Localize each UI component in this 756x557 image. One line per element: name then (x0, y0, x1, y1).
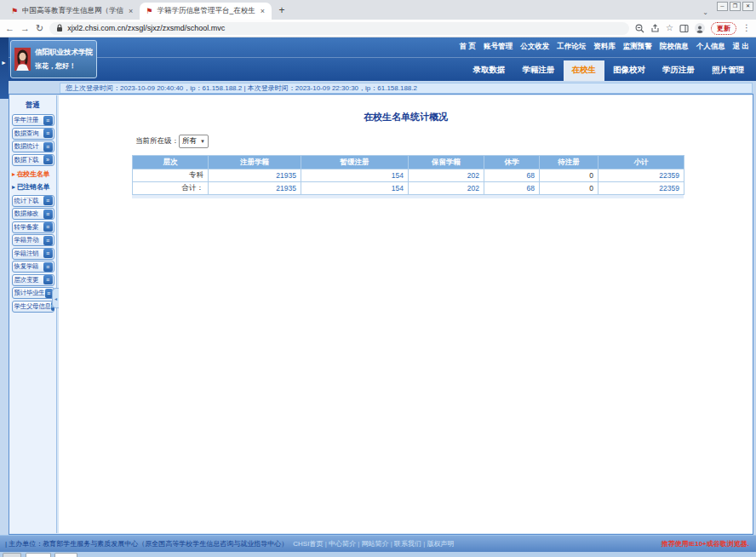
sidebar-link-cancelled-list[interactable]: ▸ 已注销名单 (12, 182, 56, 192)
page-content: 首 页 账号管理 公文收发 工作论坛 资料库 监测预警 院校信息 个人信息 退 … (0, 37, 756, 557)
sidebar-collapse-handle[interactable]: ◂ (52, 288, 59, 308)
tab-admission-data[interactable]: 录取数据 (465, 60, 514, 81)
zoom-icon[interactable] (635, 24, 644, 33)
window-controls: ─ ❐ ✕ (717, 2, 753, 11)
sidebar-item-data-query[interactable]: 数据查询 ≡ (12, 128, 54, 140)
col-level: 层次 (133, 156, 209, 169)
new-tab-button[interactable]: + (275, 4, 289, 18)
col-retained: 保留学籍 (409, 156, 484, 169)
page-title: 在校生名单统计概况 (59, 111, 753, 123)
grade-select[interactable]: 所有 ▼ (179, 135, 209, 148)
nav-monitor[interactable]: 监测预警 (623, 42, 652, 52)
expand-icon: ≡ (43, 210, 53, 219)
footer-links: CHSI首页 | 中心简介 | 网站简介 | 联系我们 | 版权声明 (293, 539, 454, 548)
sidebar-item-status-cancel[interactable]: 学籍注销 ≡ (12, 248, 54, 260)
sidebar-item-year-register[interactable]: 学年注册 ≡ (12, 114, 54, 126)
restore-button[interactable]: ❐ (730, 2, 741, 11)
reload-button[interactable]: ↻ (36, 24, 43, 33)
sidebar-item-stats-download[interactable]: 统计下载 ≡ (12, 195, 54, 207)
value-link[interactable]: 68 (527, 184, 535, 192)
nav-personal-info[interactable]: 个人信息 (696, 42, 725, 52)
sidebar-item-data-modify[interactable]: 数据修改 ≡ (12, 208, 54, 220)
expand-icon: ≡ (43, 116, 53, 125)
value-link[interactable]: 202 (467, 184, 479, 192)
address-bar[interactable]: xjxl2.chsi.com.cn/zxsgl/sjxz/zxsmd/schoo… (49, 22, 629, 35)
footer-link-chsi-home[interactable]: CHSI首页 (293, 540, 323, 548)
footer-organizer-text: | 主办单位：教育部学生服务与素质发展中心（原全国高等学校学生信息咨询与就业指导… (5, 539, 288, 548)
expand-icon: ≡ (43, 262, 53, 272)
nav-library[interactable]: 资料库 (593, 42, 616, 52)
tab-degree-register[interactable]: 学历注册 (654, 60, 703, 81)
sidebar-item-status-restore[interactable]: 恢复学籍 ≡ (12, 261, 54, 273)
col-deferred: 暂缓注册 (301, 156, 409, 169)
footer-link-contact[interactable]: 联系我们 (394, 540, 421, 548)
tab-status-register[interactable]: 学籍注册 (514, 60, 564, 81)
chevron-down-icon[interactable]: ⌄ (702, 9, 708, 16)
school-name: 信阳职业技术学院 (35, 48, 93, 58)
footer-link-center-intro[interactable]: 中心简介 (329, 540, 356, 548)
nav-account[interactable]: 账号管理 (484, 42, 513, 52)
expand-icon: ≡ (43, 129, 53, 138)
value-link[interactable]: 21935 (276, 184, 296, 192)
partial-element (26, 553, 51, 557)
tab-current-students[interactable]: 在校生 (564, 60, 605, 81)
value-link[interactable]: 22359 (659, 184, 679, 192)
sidebar-item-data-download[interactable]: 数据下载 » (12, 154, 54, 166)
site-footer: | 主办单位：教育部学生服务与素质发展中心（原全国高等学校学生信息咨询与就业指导… (0, 535, 756, 552)
select-arrow-icon: ▼ (200, 139, 205, 144)
sub-nav: 录取数据 学籍注册 在校生 图像校对 学历注册 照片管理 (465, 60, 753, 81)
submenu-arrow-icon: ▸ (12, 170, 15, 178)
table-total-row: 合计： 21935 154 202 68 0 22359 (133, 182, 684, 195)
value-link[interactable]: 21935 (276, 171, 296, 180)
tab-close-icon[interactable]: × (128, 7, 134, 15)
chrome-update-button[interactable]: 更新 (711, 22, 736, 35)
expand-icon: ≡ (43, 142, 53, 152)
nav-logout[interactable]: 退 出 (733, 42, 749, 52)
col-subtotal: 小计 (598, 156, 684, 169)
expand-icon: ≡ (43, 236, 53, 245)
sidebar-item-level-change[interactable]: 层次变更 ≡ (12, 274, 54, 286)
value-link[interactable]: 154 (392, 171, 404, 180)
sidebar-link-current-students-list[interactable]: ▸ 在校生名单 (12, 169, 56, 179)
user-photo (14, 43, 31, 75)
bookmark-star-icon[interactable]: ☆ (666, 24, 673, 32)
sidebar-item-parent-info[interactable]: 学生父母信息 ≡ (12, 301, 54, 313)
browser-tab-active[interactable]: ⚑ 学籍学历信息管理平台_在校生 × (140, 3, 272, 20)
nav-forum[interactable]: 工作论坛 (557, 42, 586, 52)
forward-button[interactable]: → (20, 24, 30, 33)
chsi-favicon-icon: ⚑ (11, 7, 18, 15)
close-button[interactable]: ✕ (742, 2, 753, 11)
tab-image-check[interactable]: 图像校对 (604, 60, 654, 81)
side-panel-icon[interactable] (679, 24, 689, 33)
browser-tab-chsi-home[interactable]: ⚑ 中国高等教育学生信息网（学信 × (5, 3, 140, 20)
sidebar-item-expected-graduates[interactable]: 预计毕业生 ≡ (12, 287, 54, 299)
tab-close-icon[interactable]: × (260, 7, 266, 15)
value-link[interactable]: 22359 (659, 171, 679, 180)
value-link[interactable]: 154 (392, 184, 404, 192)
value-link[interactable]: 202 (467, 171, 479, 180)
sidebar-item-transfer-record[interactable]: 转学备案 ≡ (12, 221, 54, 233)
stats-table: 层次 注册学籍 暂缓注册 保留学籍 休学 待注册 小计 专科 21935 154… (132, 155, 684, 195)
user-greeting: 张花，您好！ (35, 61, 93, 71)
nav-documents[interactable]: 公文收发 (520, 42, 549, 52)
expand-arrow-icon[interactable]: ► (1, 60, 7, 66)
share-icon[interactable] (650, 24, 660, 33)
footer-link-copyright[interactable]: 版权声明 (427, 540, 455, 548)
browser-menu-icon[interactable]: ⋮ (742, 24, 751, 32)
expand-icon: ≡ (43, 222, 53, 232)
value-link[interactable]: 68 (527, 171, 535, 180)
nav-school-info[interactable]: 院校信息 (660, 42, 689, 52)
sidebar-item-status-change[interactable]: 学籍异动 ≡ (12, 234, 54, 246)
login-info-bar: 您上次登录时间：2023-10-09 20:40:40，ip：61.158.18… (60, 83, 753, 94)
nav-home[interactable]: 首 页 (460, 42, 476, 52)
table-header-row: 层次 注册学籍 暂缓注册 保留学籍 休学 待注册 小计 (133, 156, 684, 169)
sidebar-item-data-stats[interactable]: 数据统计 ≡ (12, 141, 54, 152)
site-header: 首 页 账号管理 公文收发 工作论坛 资料库 监测预警 院校信息 个人信息 退 … (0, 37, 756, 81)
main-panel: 在校生名单统计概况 当前所在级： 所有 ▼ 层次 注册学籍 暂缓注册 保留学籍 … (59, 95, 753, 533)
profile-avatar-icon[interactable] (695, 23, 705, 33)
value-zero: 0 (589, 171, 593, 180)
tab-photo-manage[interactable]: 照片管理 (703, 60, 753, 81)
footer-link-site-intro[interactable]: 网站简介 (362, 540, 389, 548)
back-button[interactable]: ← (5, 24, 14, 33)
minimize-button[interactable]: ─ (717, 2, 728, 11)
